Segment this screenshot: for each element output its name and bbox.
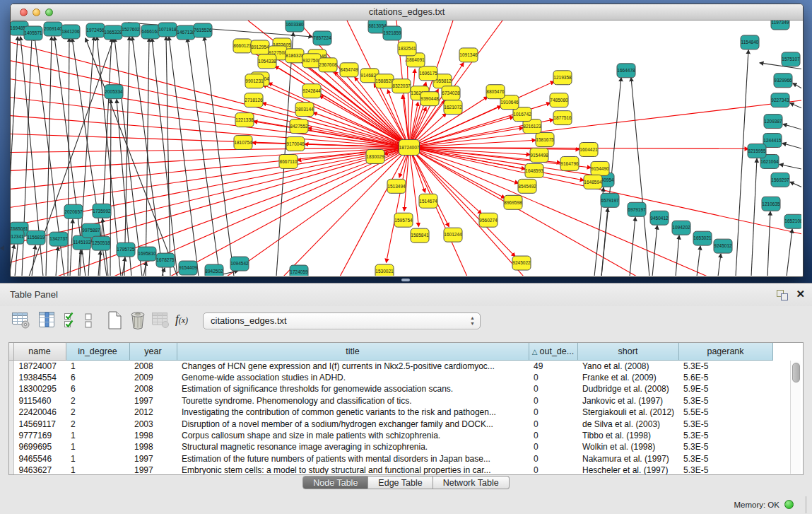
graph-edge[interactable]	[790, 182, 801, 187]
graph-node[interactable]: 1094202	[672, 221, 690, 235]
graph-edge[interactable]	[11, 148, 409, 208]
graph-node[interactable]: 3912341	[11, 230, 24, 244]
graph-node[interactable]: 8969598	[504, 195, 522, 209]
graph-edge[interactable]	[166, 37, 170, 276]
cell-pagerank[interactable]: 5.3E-5	[678, 441, 772, 452]
network-window-titlebar[interactable]: citations_edges.txt	[11, 4, 803, 21]
graph-node[interactable]: 9975887	[82, 223, 100, 238]
table-row[interactable]: 1872400712008Changes of HCN gene express…	[9, 360, 772, 372]
graph-node[interactable]: 1652108	[784, 214, 801, 228]
cell-name[interactable]: 9465546	[13, 453, 66, 465]
cell-pagerank[interactable]: 5.3E-5	[678, 395, 772, 407]
graph-node[interactable]: 1972456	[86, 23, 105, 37]
cell-title[interactable]: Estimation of the future numbers of pati…	[177, 453, 529, 465]
cell-pagerank[interactable]: 5.3E-5	[678, 430, 772, 441]
graph-node[interactable]: 9154490	[591, 161, 609, 175]
column-header-title[interactable]: title	[177, 343, 529, 360]
graph-node[interactable]: 1604421	[579, 143, 598, 157]
table-row[interactable]: 969969511998Structural magnetic resonanc…	[9, 441, 772, 452]
graph-node[interactable]: 1342737	[49, 232, 68, 246]
graph-edge[interactable]	[409, 81, 554, 147]
graph-node[interactable]: 1219358	[553, 71, 572, 85]
cell-in_degree[interactable]: 2	[66, 418, 129, 429]
delete-columns-button[interactable]	[129, 310, 146, 332]
graph-node[interactable]: 1601244	[444, 228, 462, 242]
cell-short[interactable]: Stergiakouli et al. (2012)	[577, 407, 678, 418]
graph-edge[interactable]	[409, 148, 524, 276]
graph-node[interactable]: 8805476	[486, 85, 505, 99]
graph-edge[interactable]	[56, 247, 58, 276]
table-row[interactable]: 2242004622012Investigating the contribut…	[9, 407, 772, 418]
cell-in_degree[interactable]: 1	[66, 453, 129, 465]
graph-node[interactable]: 1244415	[763, 134, 782, 148]
cell-name[interactable]: 9777169	[13, 430, 66, 441]
graph-edge[interactable]	[790, 103, 801, 109]
graph-node[interactable]: 1841206	[61, 25, 80, 39]
graph-node[interactable]: 7857224	[313, 31, 331, 45]
graph-edge[interactable]	[11, 148, 409, 189]
tab-node-table[interactable]: Node Table	[302, 476, 368, 489]
cell-name[interactable]: 22420046	[13, 407, 66, 418]
table-mode-button[interactable]	[11, 310, 30, 332]
cell-out_degree[interactable]: 0	[529, 418, 577, 429]
close-panel-icon[interactable]: ✕	[796, 288, 805, 300]
graph-edge[interactable]	[751, 158, 757, 276]
graph-node[interactable]: 8215955	[748, 144, 766, 158]
graph-edge[interactable]	[204, 37, 234, 276]
cell-short[interactable]: de Silva et al. (2003)	[577, 418, 678, 429]
graph-node[interactable]: 1405571	[24, 26, 42, 40]
cell-year[interactable]: 1997	[129, 395, 177, 407]
graph-node[interactable]: 9164796	[560, 156, 579, 170]
graph-node[interactable]: 6579197	[601, 193, 619, 207]
graph-edge[interactable]	[779, 164, 801, 169]
graph-node[interactable]: 8667110	[279, 154, 298, 168]
cell-name[interactable]: 14569117	[13, 418, 66, 429]
graph-node[interactable]: 1595754	[394, 213, 413, 227]
cell-pagerank[interactable]: 5.3E-5	[678, 360, 772, 372]
graph-edge[interactable]	[227, 148, 409, 276]
graph-node[interactable]: 2718126	[245, 93, 263, 107]
cell-year[interactable]: 1997	[129, 453, 177, 465]
graph-node[interactable]: 8912954	[251, 40, 269, 54]
cell-pagerank[interactable]: 5.3E-5	[678, 465, 772, 475]
graph-edge[interactable]	[11, 245, 14, 276]
cell-year[interactable]: 2008	[129, 383, 177, 395]
graph-node[interactable]: 1696175	[419, 66, 437, 81]
cell-out_degree[interactable]: 0	[529, 465, 577, 475]
graph-edge[interactable]	[409, 21, 502, 148]
graph-node[interactable]: 1071918	[158, 23, 177, 37]
graph-node[interactable]: 9245012	[714, 239, 732, 253]
cell-pagerank[interactable]: 5.9E-5	[678, 383, 772, 395]
graph-node[interactable]: 1154840	[741, 35, 759, 49]
cell-title[interactable]: Estimation of significance thresholds fo…	[177, 383, 529, 395]
graph-edge[interactable]	[601, 208, 608, 276]
graph-node[interactable]: 1221338	[235, 113, 254, 127]
graph-node[interactable]: 9390448	[420, 92, 439, 106]
show-columns-button[interactable]	[37, 310, 57, 332]
delete-table-button[interactable]	[151, 310, 170, 332]
cell-year[interactable]: 2008	[129, 360, 177, 372]
graph-edge[interactable]	[409, 148, 449, 227]
create-column-button[interactable]	[106, 310, 123, 332]
graph-node[interactable]: 8545492	[518, 179, 536, 193]
graph-node[interactable]: 1575107	[782, 52, 800, 66]
table-row[interactable]: 1456911722003Disruption of a novel membe…	[9, 418, 772, 429]
graph-node[interactable]: 1514674	[419, 194, 437, 208]
graph-node[interactable]: 1065328	[104, 25, 122, 40]
graph-edge[interactable]	[676, 235, 679, 276]
column-header-pagerank[interactable]: pagerank	[678, 343, 772, 360]
graph-edge[interactable]	[110, 100, 111, 276]
cell-short[interactable]: Dudbridge et al. (2008)	[577, 383, 678, 395]
graph-node[interactable]: 1724059	[290, 265, 308, 276]
graph-edge[interactable]	[718, 254, 721, 276]
graph-node[interactable]: 8942502	[205, 264, 223, 276]
cell-title[interactable]: Corpus callosum shape and size in male p…	[177, 430, 529, 441]
cell-year[interactable]: 2009	[129, 372, 177, 383]
cell-short[interactable]: Franke et al. (2009)	[577, 372, 678, 383]
graph-node[interactable]: 1795725	[117, 243, 135, 257]
cell-short[interactable]: Jankovic et al. (1997)	[577, 395, 678, 407]
graph-node[interactable]: 1530021	[375, 264, 394, 276]
cell-title[interactable]: Tourette syndrome. Phenomenology and cla…	[177, 395, 529, 407]
graph-edge[interactable]	[697, 246, 700, 276]
cell-year[interactable]: 2012	[129, 407, 177, 418]
